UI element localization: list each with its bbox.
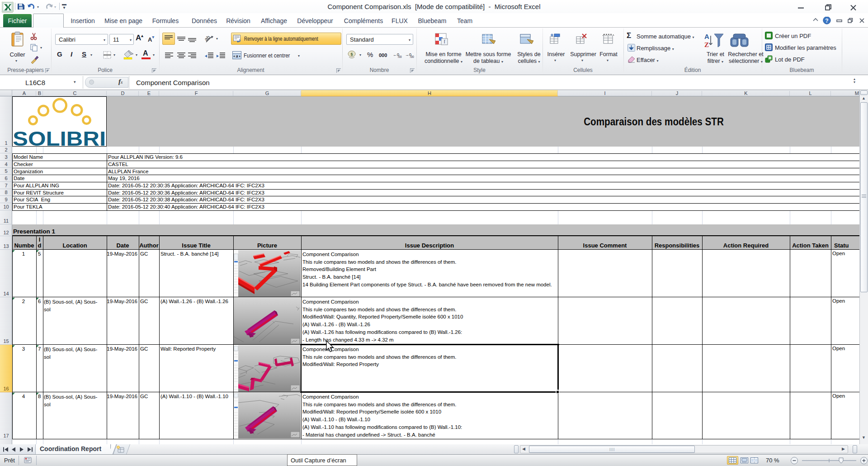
svg-text:SOLIBRI: SOLIBRI xyxy=(13,127,106,147)
svg-text:a: a xyxy=(236,53,238,58)
svg-text:$: $ xyxy=(350,52,353,57)
svg-text:.00: .00 xyxy=(410,55,414,58)
svg-text:ab: ab xyxy=(204,34,211,42)
svg-text:Z: Z xyxy=(704,41,709,48)
svg-text:A: A xyxy=(704,33,709,40)
svg-text:.00: .00 xyxy=(397,55,402,58)
svg-text:?: ? xyxy=(825,18,828,24)
